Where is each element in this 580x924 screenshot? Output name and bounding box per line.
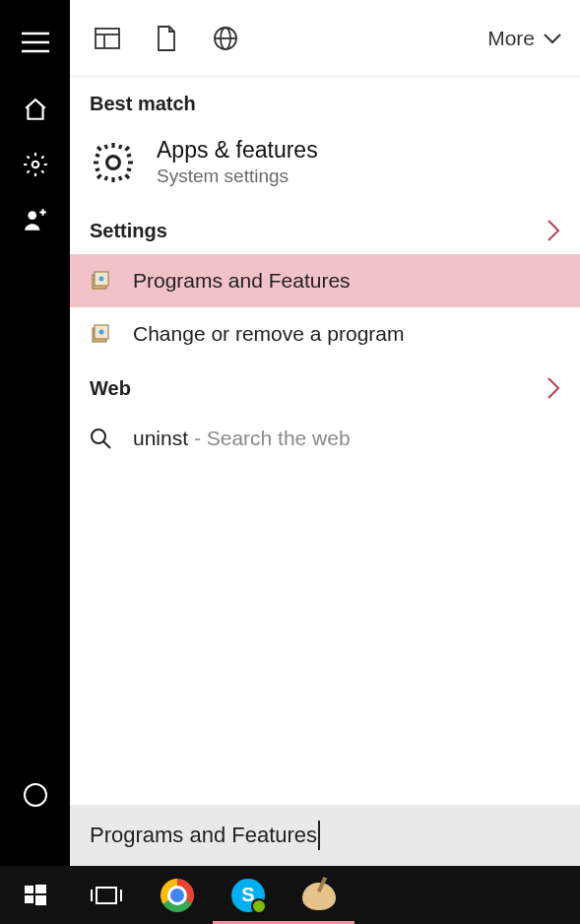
documents-filter-icon[interactable]	[147, 19, 186, 58]
svg-rect-7	[96, 29, 119, 48]
web-header[interactable]: Web	[70, 361, 580, 412]
settings-item-label: Programs and Features	[133, 269, 351, 293]
best-match-title: Apps & features	[157, 137, 318, 164]
gear-icon[interactable]	[18, 147, 53, 182]
svg-point-4	[28, 211, 36, 220]
settings-item-label: Change or remove a program	[133, 322, 404, 346]
web-suffix-text: - Search the web	[188, 427, 351, 449]
home-icon[interactable]	[18, 92, 53, 127]
user-icon[interactable]	[18, 202, 53, 237]
search-results-panel: More Best match Apps & features System s…	[70, 0, 580, 866]
start-menu-sidebar	[0, 0, 70, 866]
svg-line-21	[103, 441, 110, 448]
paint-icon	[300, 881, 338, 910]
skype-icon: S	[231, 879, 265, 912]
svg-rect-29	[317, 877, 327, 892]
text-cursor	[318, 821, 320, 850]
web-filter-icon[interactable]	[206, 19, 245, 58]
search-input-value: Programs and Features	[90, 823, 317, 848]
more-label: More	[487, 27, 535, 50]
settings-item-change-remove[interactable]: Change or remove a program	[70, 307, 580, 361]
svg-point-3	[32, 162, 38, 168]
web-query-text: uninst	[133, 427, 188, 449]
start-button[interactable]	[0, 866, 71, 924]
search-input[interactable]: Programs and Features	[70, 805, 580, 866]
best-match-apps-features[interactable]: Apps & features System settings	[70, 127, 580, 203]
chevron-down-icon	[543, 33, 562, 44]
svg-point-20	[92, 429, 105, 443]
svg-point-19	[99, 330, 104, 335]
taskbar-app-paint[interactable]	[284, 866, 354, 924]
chrome-icon	[161, 879, 194, 912]
more-filters-button[interactable]: More	[487, 27, 562, 50]
svg-rect-23	[35, 885, 46, 893]
taskbar: S	[0, 866, 580, 924]
programs-icon	[90, 270, 111, 292]
web-search-item[interactable]: uninst - Search the web	[70, 412, 580, 465]
chevron-right-icon	[547, 376, 560, 400]
cortana-icon[interactable]	[24, 783, 47, 807]
svg-point-13	[107, 156, 120, 168]
taskbar-app-skype[interactable]: S	[213, 866, 284, 924]
svg-rect-24	[25, 895, 33, 903]
hamburger-icon[interactable]	[18, 25, 53, 60]
svg-rect-6	[41, 209, 43, 216]
settings-gear-icon	[90, 139, 137, 186]
filter-topbar: More	[70, 0, 580, 77]
svg-rect-26	[97, 888, 116, 903]
apps-filter-icon[interactable]	[88, 19, 127, 58]
chevron-right-icon	[547, 219, 560, 242]
best-match-header: Best match	[70, 77, 580, 127]
svg-rect-22	[25, 886, 33, 893]
settings-item-programs-features[interactable]: Programs and Features	[70, 254, 580, 307]
svg-point-16	[99, 277, 104, 282]
task-view-button[interactable]	[71, 866, 142, 924]
programs-icon	[90, 323, 111, 345]
settings-header[interactable]: Settings	[70, 203, 580, 254]
search-icon	[90, 428, 111, 449]
svg-rect-25	[35, 895, 46, 905]
taskbar-app-chrome[interactable]	[142, 866, 213, 924]
best-match-subtitle: System settings	[157, 165, 318, 187]
